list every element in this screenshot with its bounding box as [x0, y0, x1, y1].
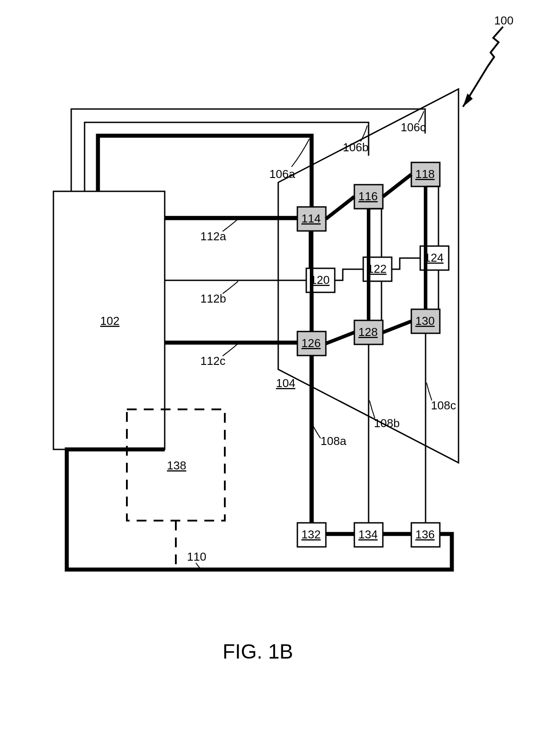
label-112c: 112c	[200, 354, 225, 368]
label-108b: 108b	[374, 416, 400, 430]
block-128-label: 128	[358, 325, 377, 339]
block-132-label: 132	[301, 528, 321, 541]
trapezoid-104-label: 104	[276, 376, 295, 390]
block-114-label: 114	[301, 212, 321, 225]
block-134-label: 134	[358, 528, 377, 541]
label-112b: 112b	[200, 292, 226, 305]
svg-line-2	[326, 197, 354, 219]
label-108a: 108a	[321, 434, 346, 448]
label-110: 110	[187, 550, 206, 563]
system-ref-arrow	[463, 27, 503, 107]
block-118-label: 118	[415, 167, 434, 181]
block-138-label: 138	[167, 459, 186, 472]
wire-106b	[85, 122, 369, 191]
label-106a: 106a	[269, 167, 295, 181]
block-116-label: 116	[358, 190, 377, 203]
svg-line-4	[326, 332, 354, 344]
diagram-canvas: 100 102 104 138 112a 112b 112c 106a 106b…	[0, 0, 552, 756]
block-126-label: 126	[301, 336, 321, 350]
block-102-label: 102	[100, 314, 119, 327]
block-136-label: 136	[415, 528, 434, 541]
svg-line-5	[383, 321, 411, 332]
block-130-label: 130	[415, 314, 434, 327]
wire-106c	[71, 109, 425, 191]
label-108c: 108c	[431, 399, 456, 412]
label-106b: 106b	[343, 141, 369, 154]
label-106c: 106c	[401, 121, 426, 134]
svg-marker-1	[463, 93, 473, 107]
figure-label: FIG. 1B	[223, 640, 293, 663]
svg-line-3	[383, 174, 411, 197]
system-ref-label: 100	[494, 14, 513, 27]
label-112a: 112a	[200, 230, 226, 243]
